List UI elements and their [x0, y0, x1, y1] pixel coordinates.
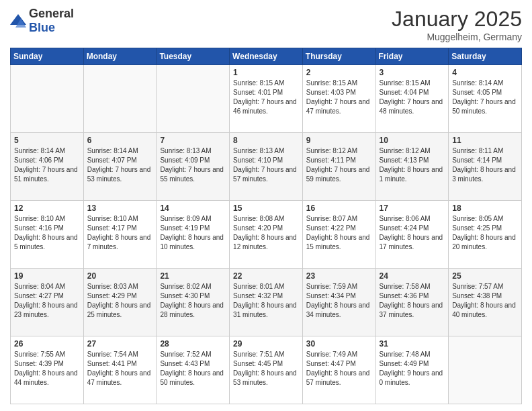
calendar-cell-0-3: 1Sunrise: 8:15 AMSunset: 4:01 PMDaylight…: [230, 65, 303, 133]
calendar-cell-0-0: [11, 65, 84, 133]
day-info: Sunrise: 8:04 AMSunset: 4:27 PMDaylight:…: [14, 282, 80, 320]
day-number: 7: [160, 136, 226, 145]
calendar-week-3: 19Sunrise: 8:04 AMSunset: 4:27 PMDayligh…: [11, 269, 522, 336]
day-info: Sunrise: 8:11 AMSunset: 4:14 PMDaylight:…: [452, 146, 518, 184]
day-info: Sunrise: 7:55 AMSunset: 4:39 PMDaylight:…: [14, 350, 80, 387]
calendar-header: Sunday Monday Tuesday Wednesday Thursday…: [11, 48, 522, 65]
day-number: 16: [306, 203, 372, 213]
calendar-body: 1Sunrise: 8:15 AMSunset: 4:01 PMDaylight…: [11, 65, 522, 404]
col-sunday: Sunday: [11, 48, 84, 65]
day-info: Sunrise: 7:49 AMSunset: 4:47 PMDaylight:…: [306, 350, 372, 387]
calendar-cell-0-2: [157, 65, 230, 133]
day-number: 6: [87, 136, 153, 145]
day-number: 15: [233, 203, 299, 213]
calendar-cell-1-6: 11Sunrise: 8:11 AMSunset: 4:14 PMDayligh…: [449, 133, 522, 201]
day-number: 31: [380, 339, 445, 349]
calendar-cell-3-2: 21Sunrise: 8:02 AMSunset: 4:30 PMDayligh…: [157, 269, 230, 336]
day-info: Sunrise: 7:52 AMSunset: 4:43 PMDaylight:…: [160, 350, 226, 387]
calendar-week-0: 1Sunrise: 8:15 AMSunset: 4:01 PMDaylight…: [11, 65, 522, 133]
col-monday: Monday: [83, 48, 157, 65]
calendar-cell-3-4: 23Sunrise: 7:59 AMSunset: 4:34 PMDayligh…: [302, 269, 375, 336]
logo-general: General: [29, 7, 74, 20]
day-number: 28: [160, 339, 226, 349]
calendar-cell-3-0: 19Sunrise: 8:04 AMSunset: 4:27 PMDayligh…: [11, 269, 84, 336]
day-number: 2: [306, 68, 372, 77]
calendar-cell-1-5: 10Sunrise: 8:12 AMSunset: 4:13 PMDayligh…: [375, 133, 449, 201]
location: Muggelheim, Germany: [392, 32, 522, 42]
day-number: 11: [452, 136, 518, 145]
calendar-cell-1-1: 6Sunrise: 8:14 AMSunset: 4:07 PMDaylight…: [83, 133, 157, 201]
calendar-cell-0-5: 3Sunrise: 8:15 AMSunset: 4:04 PMDaylight…: [375, 65, 449, 133]
day-info: Sunrise: 8:12 AMSunset: 4:13 PMDaylight:…: [380, 146, 445, 184]
day-info: Sunrise: 8:15 AMSunset: 4:04 PMDaylight:…: [380, 79, 445, 116]
day-info: Sunrise: 8:08 AMSunset: 4:20 PMDaylight:…: [233, 214, 299, 252]
calendar-cell-4-2: 28Sunrise: 7:52 AMSunset: 4:43 PMDayligh…: [157, 336, 230, 404]
day-info: Sunrise: 8:10 AMSunset: 4:17 PMDaylight:…: [87, 214, 153, 252]
col-tuesday: Tuesday: [157, 48, 230, 65]
day-number: 24: [380, 271, 445, 281]
calendar-cell-3-3: 22Sunrise: 8:01 AMSunset: 4:32 PMDayligh…: [230, 269, 303, 336]
calendar-cell-0-1: [83, 65, 157, 133]
header-row: Sunday Monday Tuesday Wednesday Thursday…: [11, 48, 522, 65]
day-number: 9: [306, 136, 372, 145]
day-info: Sunrise: 7:54 AMSunset: 4:41 PMDaylight:…: [87, 350, 153, 387]
day-info: Sunrise: 8:09 AMSunset: 4:19 PMDaylight:…: [160, 214, 226, 252]
day-info: Sunrise: 8:01 AMSunset: 4:32 PMDaylight:…: [233, 282, 299, 320]
day-number: 20: [87, 271, 153, 281]
calendar-cell-3-6: 25Sunrise: 7:57 AMSunset: 4:38 PMDayligh…: [449, 269, 522, 336]
col-wednesday: Wednesday: [230, 48, 303, 65]
day-info: Sunrise: 8:03 AMSunset: 4:29 PMDaylight:…: [87, 282, 153, 320]
calendar-cell-2-5: 17Sunrise: 8:06 AMSunset: 4:24 PMDayligh…: [375, 201, 449, 269]
day-info: Sunrise: 8:14 AMSunset: 4:05 PMDaylight:…: [452, 79, 518, 116]
page: General Blue January 2025 Muggelheim, Ge…: [0, 0, 532, 411]
day-info: Sunrise: 7:58 AMSunset: 4:36 PMDaylight:…: [380, 282, 445, 320]
day-number: 26: [14, 339, 80, 349]
calendar-cell-2-2: 14Sunrise: 8:09 AMSunset: 4:19 PMDayligh…: [157, 201, 230, 269]
day-info: Sunrise: 8:02 AMSunset: 4:30 PMDaylight:…: [160, 282, 226, 320]
logo-blue: Blue: [29, 21, 55, 34]
day-number: 14: [160, 203, 226, 213]
logo: General Blue: [10, 7, 74, 35]
day-info: Sunrise: 8:06 AMSunset: 4:24 PMDaylight:…: [380, 214, 445, 252]
col-friday: Friday: [375, 48, 449, 65]
day-info: Sunrise: 8:05 AMSunset: 4:25 PMDaylight:…: [452, 214, 518, 252]
day-number: 23: [306, 271, 372, 281]
day-info: Sunrise: 8:13 AMSunset: 4:10 PMDaylight:…: [233, 146, 299, 184]
calendar-cell-1-4: 9Sunrise: 8:12 AMSunset: 4:11 PMDaylight…: [302, 133, 375, 201]
calendar-cell-1-2: 7Sunrise: 8:13 AMSunset: 4:09 PMDaylight…: [157, 133, 230, 201]
day-number: 25: [452, 271, 518, 281]
day-number: 10: [380, 136, 445, 145]
day-number: 30: [306, 339, 372, 349]
day-number: 12: [14, 203, 80, 213]
day-number: 1: [233, 68, 299, 77]
day-number: 18: [452, 203, 518, 213]
calendar-table: Sunday Monday Tuesday Wednesday Thursday…: [10, 48, 522, 404]
day-number: 27: [87, 339, 153, 349]
calendar-cell-2-6: 18Sunrise: 8:05 AMSunset: 4:25 PMDayligh…: [449, 201, 522, 269]
calendar-cell-4-0: 26Sunrise: 7:55 AMSunset: 4:39 PMDayligh…: [11, 336, 84, 404]
day-info: Sunrise: 8:10 AMSunset: 4:16 PMDaylight:…: [14, 214, 80, 252]
day-info: Sunrise: 8:13 AMSunset: 4:09 PMDaylight:…: [160, 146, 226, 184]
header: General Blue January 2025 Muggelheim, Ge…: [10, 7, 522, 42]
calendar-cell-4-1: 27Sunrise: 7:54 AMSunset: 4:41 PMDayligh…: [83, 336, 157, 404]
col-saturday: Saturday: [449, 48, 522, 65]
calendar-cell-0-6: 4Sunrise: 8:14 AMSunset: 4:05 PMDaylight…: [449, 65, 522, 133]
calendar-cell-1-3: 8Sunrise: 8:13 AMSunset: 4:10 PMDaylight…: [230, 133, 303, 201]
day-number: 19: [14, 271, 80, 281]
day-info: Sunrise: 8:12 AMSunset: 4:11 PMDaylight:…: [306, 146, 372, 184]
calendar-cell-3-1: 20Sunrise: 8:03 AMSunset: 4:29 PMDayligh…: [83, 269, 157, 336]
calendar-cell-3-5: 24Sunrise: 7:58 AMSunset: 4:36 PMDayligh…: [375, 269, 449, 336]
calendar-cell-2-1: 13Sunrise: 8:10 AMSunset: 4:17 PMDayligh…: [83, 201, 157, 269]
month-title: January 2025: [392, 7, 522, 32]
day-number: 21: [160, 271, 226, 281]
day-number: 17: [380, 203, 445, 213]
day-number: 8: [233, 136, 299, 145]
calendar-cell-2-3: 15Sunrise: 8:08 AMSunset: 4:20 PMDayligh…: [230, 201, 303, 269]
logo-icon: [10, 14, 26, 28]
day-info: Sunrise: 7:48 AMSunset: 4:49 PMDaylight:…: [380, 350, 445, 387]
calendar-week-2: 12Sunrise: 8:10 AMSunset: 4:16 PMDayligh…: [11, 201, 522, 269]
calendar-cell-4-6: [449, 336, 522, 404]
day-number: 22: [233, 271, 299, 281]
calendar-cell-4-5: 31Sunrise: 7:48 AMSunset: 4:49 PMDayligh…: [375, 336, 449, 404]
day-info: Sunrise: 8:07 AMSunset: 4:22 PMDaylight:…: [306, 214, 372, 252]
